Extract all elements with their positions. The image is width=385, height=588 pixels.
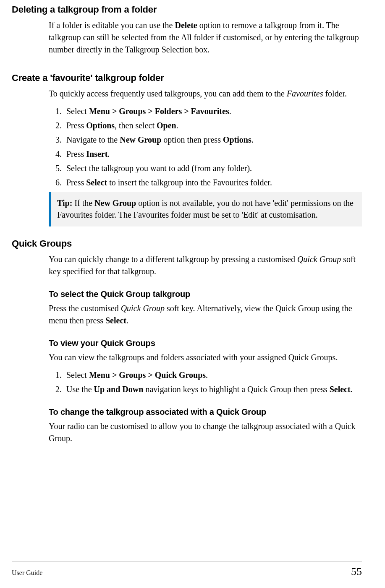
italic-favourites: Favourites bbox=[287, 89, 323, 98]
text: . bbox=[229, 107, 231, 116]
text: You can quickly change to a different ta… bbox=[49, 255, 297, 264]
para-deleting: If a folder is editable you can use the … bbox=[49, 19, 362, 56]
text: Use the bbox=[66, 385, 94, 394]
text: option then press bbox=[161, 135, 223, 144]
text: . bbox=[126, 316, 128, 325]
bold: Select bbox=[105, 316, 126, 325]
text: If the bbox=[74, 198, 94, 208]
text: . bbox=[351, 385, 353, 394]
footer-page-number: 55 bbox=[351, 565, 362, 578]
bold: Select bbox=[86, 178, 107, 187]
bold: New Group bbox=[120, 135, 161, 144]
bold: Select bbox=[330, 385, 351, 394]
text: to insert the talkgroup into the Favouri… bbox=[107, 178, 272, 187]
list-item: Press Select to insert the talkgroup int… bbox=[64, 176, 362, 189]
text: Select bbox=[66, 370, 89, 380]
text: Your radio can be customised to allow yo… bbox=[49, 421, 356, 443]
text: Select the talkgroup you want to add (fr… bbox=[66, 164, 252, 173]
text: To quickly access frequently used talkgr… bbox=[49, 89, 287, 98]
text: navigation keys to highlight a Quick Gro… bbox=[143, 385, 329, 394]
footer-doc-title: User Guide bbox=[12, 569, 42, 577]
tip-label: Tip: bbox=[57, 198, 74, 208]
list-item: Select the talkgroup you want to add (fr… bbox=[64, 162, 362, 174]
list-favourite-steps: Select Menu > Groups > Folders > Favouri… bbox=[49, 105, 362, 189]
para-change-quick: Your radio can be customised to allow yo… bbox=[49, 420, 362, 445]
bold: New Group bbox=[94, 198, 136, 208]
list-item: Press Options, then select Open. bbox=[64, 119, 362, 132]
subheading-select-quick: To select the Quick Group talkgroup bbox=[49, 289, 362, 299]
heading-favourite: Create a 'favourite' talkgroup folder bbox=[12, 73, 362, 83]
text: . bbox=[206, 370, 208, 380]
page-footer: User Guide 55 bbox=[12, 562, 362, 578]
text: . bbox=[176, 121, 178, 130]
bold-delete: Delete bbox=[175, 21, 197, 30]
text: folder. bbox=[323, 89, 347, 98]
bold: Insert bbox=[86, 149, 107, 159]
list-view-quick-steps: Select Menu > Groups > Quick Groups. Use… bbox=[49, 369, 362, 395]
page-content: Deleting a talkgroup from a folder If a … bbox=[0, 0, 385, 445]
text: Select bbox=[66, 107, 89, 116]
list-item: Use the Up and Down navigation keys to h… bbox=[64, 383, 362, 395]
list-item: Press Insert. bbox=[64, 148, 362, 160]
text: If a folder is editable you can use the bbox=[49, 21, 175, 30]
para-select-quick: Press the customised Quick Group soft ke… bbox=[49, 302, 362, 327]
text: Press the customised bbox=[49, 304, 121, 313]
subheading-change-quick: To change the talkgroup associated with … bbox=[49, 407, 362, 417]
list-item: Select Menu > Groups > Folders > Favouri… bbox=[64, 105, 362, 117]
text: You can view the talkgroups and folders … bbox=[49, 353, 338, 362]
text: . bbox=[107, 149, 110, 159]
bold: Open bbox=[157, 121, 176, 130]
list-item: Navigate to the New Group option then pr… bbox=[64, 133, 362, 146]
bold: Menu > Groups > Folders > Favourites bbox=[89, 107, 229, 116]
tip-box-favourite: Tip: If the New Group option is not avai… bbox=[49, 192, 362, 226]
text: Press bbox=[66, 178, 86, 187]
list-item: Select Menu > Groups > Quick Groups. bbox=[64, 369, 362, 381]
bold: Options bbox=[86, 121, 115, 130]
bold: Up and Down bbox=[94, 385, 144, 394]
heading-quick-groups: Quick Groups bbox=[12, 238, 362, 249]
para-favourite-intro: To quickly access frequently used talkgr… bbox=[49, 88, 362, 100]
text: Press bbox=[66, 121, 86, 130]
heading-deleting: Deleting a talkgroup from a folder bbox=[12, 4, 362, 15]
bold: Options bbox=[223, 135, 251, 144]
italic: Quick Group bbox=[121, 304, 165, 313]
text: . bbox=[251, 135, 254, 144]
para-view-quick: You can view the talkgroups and folders … bbox=[49, 351, 362, 364]
para-quick-intro: You can quickly change to a different ta… bbox=[49, 253, 362, 278]
bold: Menu > Groups > Quick Groups bbox=[89, 370, 206, 380]
italic-quick-group: Quick Group bbox=[297, 255, 341, 264]
text: Navigate to the bbox=[66, 135, 120, 144]
text: , then select bbox=[115, 121, 157, 130]
text: Press bbox=[66, 149, 86, 159]
subheading-view-quick: To view your Quick Groups bbox=[49, 338, 362, 348]
